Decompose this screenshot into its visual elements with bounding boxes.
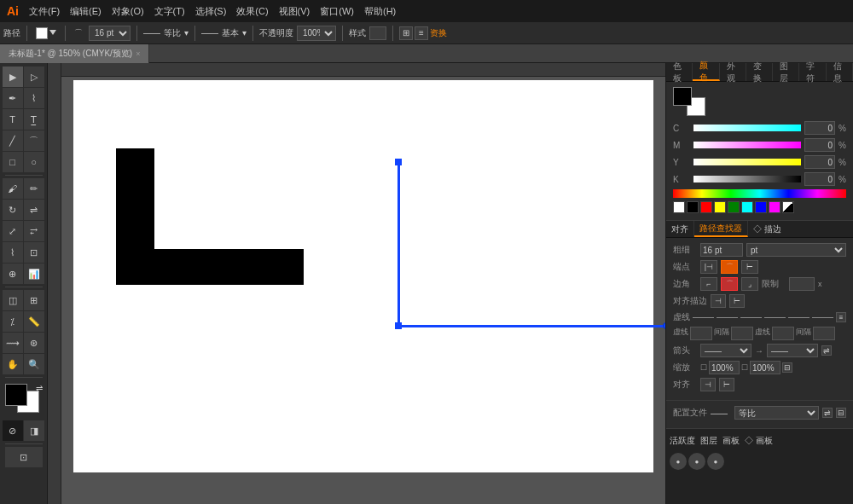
dash-options-btn[interactable]: ≡ xyxy=(836,312,846,322)
rect-tool[interactable]: □ xyxy=(3,152,23,172)
panel-tab-info[interactable]: 信息 xyxy=(827,63,853,81)
arrow-swap-btn[interactable]: ⇌ xyxy=(821,345,832,356)
select-tool[interactable]: ▶ xyxy=(3,67,23,87)
eyedropper-tool[interactable]: ⁒ xyxy=(3,311,23,332)
pencil-tool[interactable]: ✏ xyxy=(24,178,44,199)
black-input[interactable] xyxy=(804,172,835,186)
green-swatch[interactable] xyxy=(728,201,740,213)
rotate-tool[interactable]: ↻ xyxy=(3,200,23,220)
ellipse-tool[interactable]: ○ xyxy=(24,152,44,172)
canvas-scroll-area[interactable] xyxy=(48,63,665,504)
align-opt-btn-1[interactable]: ⊣ xyxy=(700,378,716,391)
fill-indicator[interactable] xyxy=(33,27,59,39)
black-bar[interactable] xyxy=(693,176,801,182)
round-cap-btn[interactable]: ⌒ xyxy=(721,260,738,274)
scale-end-input[interactable] xyxy=(750,361,780,374)
gap-input-2[interactable] xyxy=(813,327,835,340)
panel-tab-character[interactable]: 字符 xyxy=(799,63,826,81)
stroke-tab-pathfinder[interactable]: 路径查找器 xyxy=(694,221,748,237)
profile-options-btn[interactable]: ⊟ xyxy=(836,408,846,418)
yellow-swatch[interactable] xyxy=(714,201,726,213)
limit-input[interactable] xyxy=(789,277,815,291)
foreground-color-swatch[interactable] xyxy=(5,384,27,406)
dash-input-2[interactable] xyxy=(772,327,794,340)
arc-tool[interactable]: ⌒ xyxy=(24,130,44,151)
align-center-btn[interactable]: ⊣ xyxy=(711,294,726,308)
path-tool[interactable]: ⌇ xyxy=(24,88,44,108)
menu-effects[interactable]: 效果(C) xyxy=(236,5,268,18)
active-label[interactable]: 活跃度 xyxy=(670,435,695,447)
butt-cap-btn[interactable]: |⊣ xyxy=(700,260,717,274)
stroke-control[interactable]: ⌒ xyxy=(72,27,85,39)
arrow-start-select[interactable]: —— xyxy=(700,344,751,357)
panel-tab-appearance[interactable]: 外观 xyxy=(720,63,746,81)
yellow-input[interactable] xyxy=(804,155,835,169)
arrow-end-select[interactable]: —— xyxy=(767,344,818,357)
yellow-bar[interactable] xyxy=(693,159,801,165)
color-spectrum-bar[interactable] xyxy=(673,189,846,198)
brush-tool[interactable]: 🖌 xyxy=(3,178,23,199)
pen-tool[interactable]: ✒ xyxy=(3,88,23,108)
menu-edit[interactable]: 编辑(E) xyxy=(70,5,102,18)
arrange-icon[interactable]: ≡ xyxy=(415,26,428,40)
magenta-bar[interactable] xyxy=(693,142,801,148)
free-transform-tool[interactable]: ⊡ xyxy=(24,242,44,263)
menu-view[interactable]: 视图(V) xyxy=(279,5,310,18)
bevel-join-btn[interactable]: ⌟ xyxy=(741,277,758,291)
none-swatch[interactable] xyxy=(782,201,794,213)
round-join-btn[interactable]: ⌒ xyxy=(721,277,738,291)
swap-colors-icon[interactable]: ⇌ xyxy=(36,384,43,393)
panel-tab-transform[interactable]: 变换 xyxy=(746,63,773,81)
menu-text[interactable]: 文字(T) xyxy=(154,5,185,18)
document-tab[interactable]: 未标题-1* @ 150% (CMYK/预览) × xyxy=(0,44,149,63)
profile-select[interactable]: 等比 xyxy=(734,406,819,420)
menu-help[interactable]: 帮助(H) xyxy=(364,5,396,18)
scale-start-input[interactable] xyxy=(709,361,740,374)
red-swatch[interactable] xyxy=(700,201,712,213)
panel-tab-color[interactable]: 颜色 xyxy=(693,63,719,81)
opacity-select[interactable]: 100% xyxy=(297,26,336,41)
panel-tab-layers[interactable]: 图层 xyxy=(773,63,799,81)
zoom-tool[interactable]: 🔍 xyxy=(24,354,44,374)
artboard-icon-label[interactable]: ◇ 画板 xyxy=(745,435,773,447)
line-tool[interactable]: ╱ xyxy=(3,130,23,151)
stroke-tab-stroke[interactable]: ◇ 描边 xyxy=(748,221,786,237)
blue-swatch[interactable] xyxy=(755,201,767,213)
draw-mode-btn[interactable]: ⊡ xyxy=(5,447,43,467)
mesh-tool[interactable]: ⊞ xyxy=(24,290,44,310)
projecting-cap-btn[interactable]: ⊢ xyxy=(741,260,758,274)
direct-select-tool[interactable]: ▷ xyxy=(24,67,44,87)
magenta-input[interactable] xyxy=(804,138,835,152)
shape-builder-tool[interactable]: ⊕ xyxy=(3,264,23,284)
magenta-swatch[interactable] xyxy=(769,201,780,213)
symbol-sprayer-tool[interactable]: ⊛ xyxy=(24,333,44,353)
warp-tool[interactable]: ⌇ xyxy=(3,242,23,263)
graph-tool[interactable]: 📊 xyxy=(24,264,44,284)
type-tool[interactable]: T xyxy=(3,109,23,130)
menu-select[interactable]: 选择(S) xyxy=(195,5,227,18)
gap-input-1[interactable] xyxy=(731,327,753,340)
style-selector[interactable] xyxy=(369,26,386,40)
gradient-tool[interactable]: ◫ xyxy=(3,290,23,310)
miter-join-btn[interactable]: ⌐ xyxy=(700,277,717,291)
menu-window[interactable]: 窗口(W) xyxy=(320,5,354,18)
blend-tool[interactable]: ⟿ xyxy=(3,333,23,353)
hand-tool[interactable]: ✋ xyxy=(3,354,23,374)
cyan-swatch[interactable] xyxy=(741,201,753,213)
panel-tab-swatch[interactable]: 色板 xyxy=(666,63,693,81)
dash-input-1[interactable] xyxy=(690,327,712,340)
weight-unit-select[interactable]: pt xyxy=(746,243,846,257)
none-fill-btn[interactable]: ⊘ xyxy=(3,420,23,441)
cyan-bar[interactable] xyxy=(693,125,801,131)
white-swatch[interactable] xyxy=(673,201,685,213)
shear-tool[interactable]: ⥂ xyxy=(24,221,44,241)
reflect-tool[interactable]: ⇌ xyxy=(24,200,44,220)
align-opt-btn-2[interactable]: ⊢ xyxy=(719,378,734,391)
menu-file[interactable]: 文件(F) xyxy=(29,5,60,18)
menu-object[interactable]: 对象(O) xyxy=(112,5,144,18)
scale-tool[interactable]: ⤢ xyxy=(3,221,23,241)
exchange-label[interactable]: 资换 xyxy=(430,27,447,39)
stroke-tab-align[interactable]: 对齐 xyxy=(666,221,694,237)
stroke-weight-select[interactable]: 16 pt xyxy=(89,26,131,41)
align-inside-btn[interactable]: ⊢ xyxy=(729,294,745,308)
